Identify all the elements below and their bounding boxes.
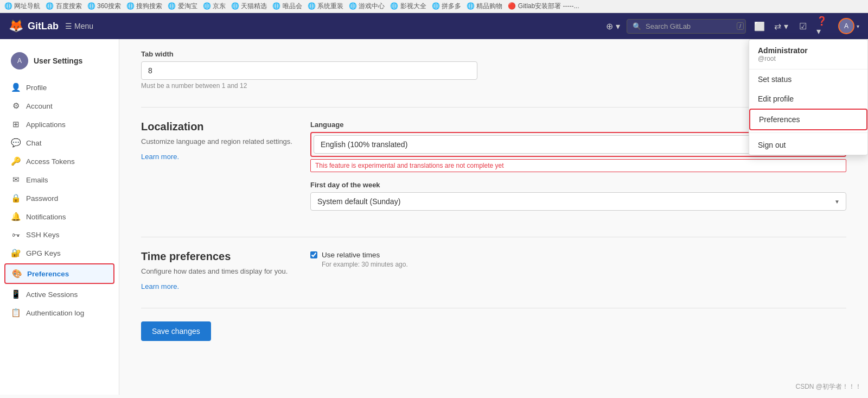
sidebar-label-profile: Profile xyxy=(26,84,47,92)
sidebar-item-gpg-keys[interactable]: 🔐 GPG Keys xyxy=(0,244,119,262)
time-pref-learn-more[interactable]: Learn more. xyxy=(141,282,179,290)
sign-out-item[interactable]: Sign out xyxy=(749,135,867,155)
key-icon: 🔑 xyxy=(11,156,21,166)
edit-profile-item[interactable]: Edit profile xyxy=(749,89,867,109)
use-relative-times-row: Use relative times For example: 30 minut… xyxy=(310,250,846,268)
relative-times-label[interactable]: Use relative times xyxy=(322,251,380,259)
sidebar-label-chat: Chat xyxy=(26,139,42,147)
relative-times-label-group: Use relative times For example: 30 minut… xyxy=(322,250,408,268)
search-box[interactable]: 🔍 / xyxy=(627,19,746,34)
sidebar-label-emails: Emails xyxy=(26,176,48,184)
bookmark-item[interactable]: 🌐 游戏中心 xyxy=(349,2,385,11)
sidebar-label-access-tokens: Access Tokens xyxy=(26,157,75,166)
use-relative-times-checkbox[interactable] xyxy=(310,251,317,258)
merge-requests-button[interactable]: ⇄ ▾ xyxy=(773,18,789,34)
search-input[interactable] xyxy=(646,22,732,30)
log-icon: 📋 xyxy=(11,308,21,318)
time-pref-fields: Use relative times For example: 30 minut… xyxy=(310,250,846,290)
sidebar-item-applications[interactable]: ⊞ Applications xyxy=(0,115,119,134)
first-day-select[interactable]: System default (Sunday) Monday Saturday … xyxy=(310,192,846,211)
chevron-down-icon: ▾ xyxy=(857,23,859,29)
sidebar-label-gpg-keys: GPG Keys xyxy=(26,249,61,257)
logo[interactable]: 🦊 GitLab xyxy=(9,19,59,33)
bookmark-item[interactable]: 🌐 精品购物 xyxy=(467,2,502,11)
tab-width-input[interactable] xyxy=(141,61,477,80)
bookmark-item[interactable]: 🌐 360搜索 xyxy=(87,2,121,11)
localization-title: Localization xyxy=(141,121,293,133)
sidebar-label-active-sessions: Active Sessions xyxy=(26,290,78,299)
sidebar-label-account: Account xyxy=(26,102,53,110)
bookmark-item[interactable]: 🌐 影视大全 xyxy=(390,2,426,11)
new-item-button[interactable]: ⊕ ▾ xyxy=(605,18,621,34)
issues-button[interactable]: ☑ xyxy=(795,18,811,34)
first-day-label: First day of the week xyxy=(310,181,846,189)
sidebar-label-password: Password xyxy=(26,194,58,203)
page-layout: A User Settings 👤 Profile ⚙ Account ⊞ Ap… xyxy=(0,39,868,395)
tab-width-group: Tab width Must be a number between 1 and… xyxy=(141,50,488,90)
set-status-item[interactable]: Set status xyxy=(749,70,867,89)
sidebar-item-active-sessions[interactable]: 📱 Active Sessions xyxy=(0,285,119,304)
dropdown-handle: @root xyxy=(758,55,859,62)
save-button-container: Save changes xyxy=(141,321,846,341)
sidebar-item-profile[interactable]: 👤 Profile xyxy=(0,78,119,97)
user-avatar-button[interactable]: A ▾ xyxy=(838,18,859,34)
preferences-dropdown-item[interactable]: Preferences xyxy=(749,109,867,130)
bookmark-item[interactable]: 🌐 拼多多 xyxy=(432,2,461,11)
time-pref-desc: Configure how dates and times display fo… xyxy=(141,267,293,275)
sidebar-item-emails[interactable]: ✉ Emails xyxy=(0,170,119,189)
time-pref-title: Time preferences xyxy=(141,250,293,263)
bookmark-item[interactable]: 🌐 搜狗搜索 xyxy=(126,2,162,11)
tab-width-section: Tab width Must be a number between 1 and… xyxy=(141,50,488,90)
menu-button[interactable]: ☰ Menu xyxy=(65,22,93,30)
avatar: A xyxy=(838,18,854,34)
search-slash: / xyxy=(737,22,744,30)
localization-section: Localization Customize language and regi… xyxy=(141,121,846,219)
menu-label: Menu xyxy=(74,22,93,30)
sidebar-item-notifications[interactable]: 🔔 Notifications xyxy=(0,207,119,226)
localization-learn-more[interactable]: Learn more. xyxy=(141,153,179,161)
first-day-group: First day of the week System default (Su… xyxy=(310,181,846,211)
dropdown-username: Administrator xyxy=(758,46,859,55)
sidebar-item-password[interactable]: 🔒 Password xyxy=(0,189,119,207)
sidebar-item-chat[interactable]: 💬 Chat xyxy=(0,134,119,152)
chat-icon: 💬 xyxy=(11,138,21,148)
section-divider xyxy=(141,107,846,108)
sessions-icon: 📱 xyxy=(11,289,21,299)
section-divider-2 xyxy=(141,237,846,237)
tab-width-hint: Must be a number between 1 and 12 xyxy=(141,82,488,90)
sidebar: A User Settings 👤 Profile ⚙ Account ⊞ Ap… xyxy=(0,39,119,395)
gitlab-logo-icon: 🦊 xyxy=(9,19,23,33)
apps-icon: ⊞ xyxy=(11,119,21,129)
create-button[interactable]: ⬜ xyxy=(751,18,768,34)
bookmark-item[interactable]: 🌐 网址导航 xyxy=(4,2,40,11)
bookmark-item[interactable]: 🌐 系统重装 xyxy=(308,2,343,11)
sidebar-title: User Settings xyxy=(34,56,82,65)
sidebar-label-applications: Applications xyxy=(26,121,66,129)
sidebar-label-ssh-keys: SSH Keys xyxy=(26,231,60,239)
bookmark-item[interactable]: 🔴 Gitlab安装部署 -----... xyxy=(508,2,579,11)
header: 🦊 GitLab ☰ Menu ⊕ ▾ 🔍 / ⬜ ⇄ ▾ ☑ ❓ ▾ A ▾ … xyxy=(0,13,868,39)
sidebar-item-auth-log[interactable]: 📋 Authentication log xyxy=(0,304,119,322)
gear-icon: ⚙ xyxy=(11,101,21,111)
user-icon: 👤 xyxy=(11,83,21,92)
help-button[interactable]: ❓ ▾ xyxy=(816,18,833,34)
section-divider-3 xyxy=(141,308,846,308)
dropdown-header: Administrator @root xyxy=(749,40,867,70)
localization-grid: Localization Customize language and regi… xyxy=(141,121,846,219)
ssh-icon: 🗝 xyxy=(11,230,21,239)
localization-desc: Customize language and region related se… xyxy=(141,137,293,146)
time-pref-grid: Time preferences Configure how dates and… xyxy=(141,250,846,290)
sidebar-item-access-tokens[interactable]: 🔑 Access Tokens xyxy=(0,152,119,170)
relative-times-example: For example: 30 minutes ago. xyxy=(322,261,408,268)
sidebar-item-preferences[interactable]: 🎨 Preferences xyxy=(4,263,114,284)
save-changes-button[interactable]: Save changes xyxy=(141,321,211,341)
sidebar-item-account[interactable]: ⚙ Account xyxy=(0,97,119,115)
bookmark-item[interactable]: 🌐 爱淘宝 xyxy=(168,2,197,11)
tab-width-label: Tab width xyxy=(141,50,488,58)
bookmark-item[interactable]: 🌐 百度搜索 xyxy=(46,2,81,11)
sidebar-item-ssh-keys[interactable]: 🗝 SSH Keys xyxy=(0,226,119,244)
bookmark-item[interactable]: 🌐 京东 xyxy=(203,2,226,11)
bookmark-item[interactable]: 🌐 唯品会 xyxy=(272,2,302,11)
bookmark-item[interactable]: 🌐 天猫精选 xyxy=(231,2,267,11)
hamburger-icon: ☰ xyxy=(65,22,72,30)
